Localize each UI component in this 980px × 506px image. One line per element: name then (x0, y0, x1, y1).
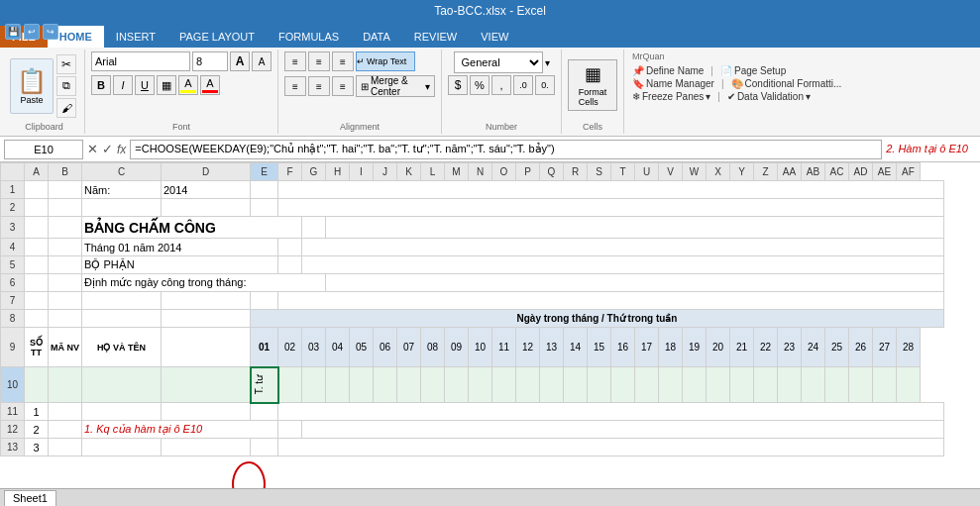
cell-F2-rest[interactable] (278, 199, 944, 217)
tab-review[interactable]: REVIEW (402, 26, 469, 48)
bold-button[interactable]: B (91, 75, 111, 95)
formula-input[interactable] (130, 140, 882, 159)
cell-E13[interactable] (251, 439, 278, 456)
cell-L10[interactable] (421, 367, 445, 403)
cell-C5[interactable]: BỘ PHẬN (82, 256, 278, 274)
cell-A1[interactable] (25, 181, 49, 199)
cell-E4[interactable] (278, 239, 302, 256)
col-header-U[interactable]: U (635, 163, 659, 181)
cell-S9[interactable]: 15 (588, 328, 611, 367)
cell-AB10[interactable] (802, 367, 825, 403)
col-header-AF[interactable]: AF (897, 163, 921, 181)
currency-btn[interactable]: $ (448, 75, 468, 95)
cell-D13[interactable] (162, 439, 251, 456)
cell-X10[interactable] (707, 367, 730, 403)
cell-T9[interactable]: 16 (611, 328, 635, 367)
cell-B7[interactable] (49, 292, 82, 310)
font-size-input[interactable] (192, 51, 228, 71)
cell-C12[interactable]: 1. Kq của hàm tại ô E10 (82, 421, 278, 439)
format-cells-button[interactable]: ▦ FormatCells (568, 59, 617, 111)
underline-button[interactable]: U (135, 75, 155, 95)
font-name-input[interactable] (91, 51, 190, 71)
cell-D7[interactable] (162, 292, 251, 310)
font-color-button[interactable]: A (200, 75, 220, 95)
cell-H10[interactable] (326, 367, 350, 403)
cell-AC9[interactable]: 25 (825, 328, 849, 367)
cell-AF10[interactable] (897, 367, 921, 403)
increase-decimal-btn[interactable]: .0 (513, 75, 533, 95)
cut-button[interactable]: ✂ (56, 54, 76, 74)
copy-button[interactable]: ⧉ (56, 76, 76, 96)
cell-K9[interactable]: 07 (397, 328, 421, 367)
cell-E2[interactable] (251, 199, 278, 217)
cell-C11[interactable] (82, 403, 162, 421)
cell-AD9[interactable]: 26 (849, 328, 873, 367)
wrap-text-icon[interactable]: ↵Wrap Text (356, 51, 415, 71)
col-header-M[interactable]: M (445, 163, 469, 181)
data-validation-button[interactable]: ✔Data Validation ▾ (727, 91, 811, 102)
cell-M9[interactable]: 09 (445, 328, 469, 367)
cell-AD10[interactable] (849, 367, 873, 403)
cell-A13[interactable]: 3 (25, 439, 49, 456)
cell-F12-rest[interactable] (302, 421, 944, 439)
cell-B4[interactable] (49, 239, 82, 256)
cell-Y9[interactable]: 21 (730, 328, 754, 367)
col-header-F[interactable]: F (278, 163, 302, 181)
cell-A10[interactable] (25, 367, 49, 403)
cell-T10[interactable] (611, 367, 635, 403)
cell-G10[interactable] (302, 367, 326, 403)
tab-insert[interactable]: INSERT (104, 26, 167, 48)
cell-D2[interactable] (162, 199, 251, 217)
cell-A11[interactable]: 1 (25, 403, 49, 421)
cell-A5[interactable] (25, 256, 49, 274)
cell-E7[interactable] (251, 292, 278, 310)
cell-F4-rest[interactable] (302, 239, 944, 256)
cell-C13[interactable] (82, 439, 162, 456)
cell-B2[interactable] (49, 199, 82, 217)
merge-center-button[interactable]: ⊞ Merge & Center ▾ (356, 75, 435, 97)
col-header-D[interactable]: D (162, 163, 251, 181)
col-header-Q[interactable]: Q (540, 163, 564, 181)
cell-W9[interactable]: 19 (683, 328, 707, 367)
cell-K10[interactable] (397, 367, 421, 403)
cancel-formula-icon[interactable]: ✕ (87, 142, 98, 156)
confirm-formula-icon[interactable]: ✓ (102, 142, 113, 156)
align-bottom-left-btn[interactable]: ≡ (284, 76, 306, 96)
cell-C4[interactable]: Tháng 01 năm 2014 (82, 239, 278, 256)
col-header-N[interactable]: N (469, 163, 492, 181)
align-bottom-center-btn[interactable]: ≡ (308, 76, 330, 96)
cell-U10[interactable] (635, 367, 659, 403)
col-header-A[interactable]: A (25, 163, 49, 181)
cell-E8-header[interactable]: Ngày trong tháng / Thứ trong tuần (251, 310, 944, 328)
insert-function-icon[interactable]: fx (117, 143, 126, 156)
border-button[interactable]: ▦ (157, 75, 176, 95)
tab-view[interactable]: VIEW (469, 26, 520, 48)
cell-B13[interactable] (49, 439, 82, 456)
cell-Q9[interactable]: 13 (540, 328, 564, 367)
cell-E1[interactable] (251, 181, 278, 199)
cell-J10[interactable] (374, 367, 397, 403)
number-format-select[interactable]: General (454, 51, 543, 73)
cell-M10[interactable] (445, 367, 469, 403)
cell-AC10[interactable] (825, 367, 849, 403)
cell-U9[interactable]: 17 (635, 328, 659, 367)
cell-AE10[interactable] (873, 367, 897, 403)
cell-C7[interactable] (82, 292, 162, 310)
cell-B3[interactable] (49, 217, 82, 239)
cell-F1-rest[interactable] (278, 181, 944, 199)
cell-J9[interactable]: 06 (374, 328, 397, 367)
col-header-J[interactable]: J (374, 163, 397, 181)
cell-H6-rest[interactable] (326, 274, 944, 292)
col-header-C[interactable]: C (82, 163, 162, 181)
fill-color-button[interactable]: A (178, 75, 198, 95)
col-header-S[interactable]: S (588, 163, 611, 181)
cell-E12[interactable] (278, 421, 302, 439)
align-top-right-btn[interactable]: ≡ (332, 51, 354, 71)
cell-A6[interactable] (25, 274, 49, 292)
col-header-K[interactable]: K (397, 163, 421, 181)
cell-E5[interactable] (278, 256, 302, 274)
cell-P10[interactable] (516, 367, 540, 403)
name-manager-button[interactable]: 🔖Name Manager (632, 78, 714, 89)
tab-page-layout[interactable]: PAGE LAYOUT (167, 26, 267, 48)
align-top-left-btn[interactable]: ≡ (284, 51, 306, 71)
